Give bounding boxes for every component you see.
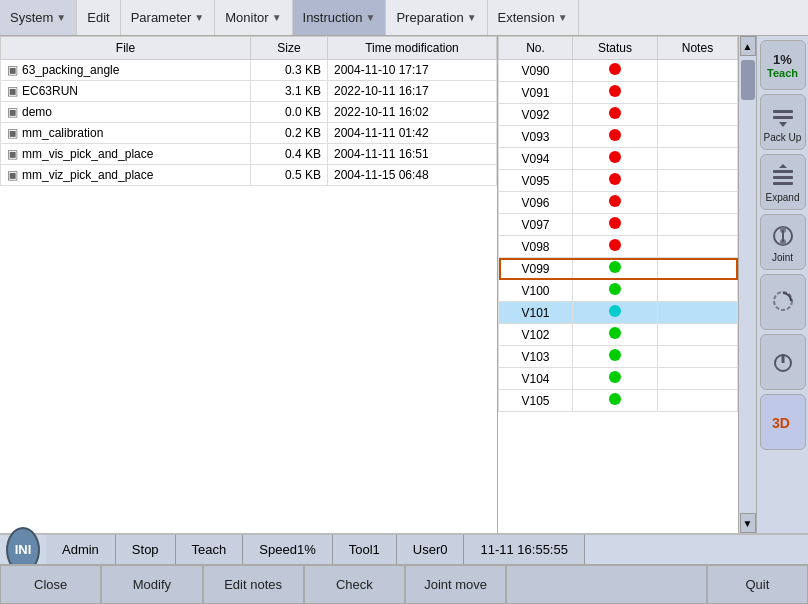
power-icon <box>769 348 797 376</box>
file-row[interactable]: ▣mm_viz_pick_and_place 0.5 KB 2004-11-15… <box>1 165 497 186</box>
menu-preparation-arrow: ▼ <box>467 12 477 23</box>
scroll-thumb[interactable] <box>741 60 755 100</box>
instruction-status <box>573 60 658 82</box>
instruction-row[interactable]: V105 <box>499 390 738 412</box>
file-row[interactable]: ▣demo 0.0 KB 2022-10-11 16:02 <box>1 102 497 123</box>
instruction-notes <box>657 214 737 236</box>
cycle-button[interactable] <box>760 274 806 330</box>
instruction-no: V105 <box>499 390 573 412</box>
menu-extension[interactable]: Extension ▼ <box>488 0 579 35</box>
instruction-no: V090 <box>499 60 573 82</box>
time-status: 11-11 16:55:55 <box>464 535 584 564</box>
instruction-status <box>573 324 658 346</box>
instruction-row[interactable]: V103 <box>499 346 738 368</box>
instruction-no: V096 <box>499 192 573 214</box>
no-col-header: No. <box>499 37 573 60</box>
menu-preparation[interactable]: Preparation ▼ <box>386 0 487 35</box>
instruction-row[interactable]: V098 <box>499 236 738 258</box>
menu-instruction[interactable]: Instruction ▼ <box>293 0 387 35</box>
instruction-row[interactable]: V096 <box>499 192 738 214</box>
file-row[interactable]: ▣mm_vis_pick_and_place 0.4 KB 2004-11-11… <box>1 144 497 165</box>
pack-up-icon <box>769 102 797 130</box>
instruction-notes <box>657 346 737 368</box>
instruction-notes <box>657 126 737 148</box>
instruction-row[interactable]: V099 <box>499 258 738 280</box>
instruction-status <box>573 82 658 104</box>
instruction-row[interactable]: V102 <box>499 324 738 346</box>
instruction-no: V092 <box>499 104 573 126</box>
instruction-no: V104 <box>499 368 573 390</box>
instruction-notes <box>657 82 737 104</box>
right-sidebar: 1% Teach Pack Up Ex <box>756 36 808 533</box>
notes-col-header: Notes <box>657 37 737 60</box>
instruction-notes <box>657 236 737 258</box>
joint-move-button[interactable]: Joint move <box>405 565 506 604</box>
3d-view-button[interactable]: 3D <box>760 394 806 450</box>
instruction-notes <box>657 170 737 192</box>
menu-instruction-arrow: ▼ <box>366 12 376 23</box>
edit-notes-button[interactable]: Edit notes <box>203 565 304 604</box>
teach-status: Teach <box>176 535 244 564</box>
instruction-notes <box>657 148 737 170</box>
instruction-row[interactable]: V100 <box>499 280 738 302</box>
instruction-no: V103 <box>499 346 573 368</box>
instruction-notes <box>657 258 737 280</box>
power-button[interactable] <box>760 334 806 390</box>
close-button[interactable]: Close <box>0 565 101 604</box>
instruction-no: V091 <box>499 82 573 104</box>
expand-button[interactable]: Expand <box>760 154 806 210</box>
instruction-row[interactable]: V097 <box>499 214 738 236</box>
instruction-row[interactable]: V104 <box>499 368 738 390</box>
expand-icon <box>769 162 797 190</box>
instruction-status <box>573 170 658 192</box>
stop-teach-bar: INI Admin Stop Teach Speed1% Tool1 User0… <box>0 534 808 564</box>
instruction-status <box>573 236 658 258</box>
instruction-no: V097 <box>499 214 573 236</box>
file-panel: File Size Time modification ▣63_packing_… <box>0 36 498 533</box>
pack-up-button[interactable]: Pack Up <box>760 94 806 150</box>
file-time: 2022-10-11 16:02 <box>327 102 496 123</box>
instruction-row[interactable]: V094 <box>499 148 738 170</box>
file-size: 3.1 KB <box>251 81 328 102</box>
menu-system[interactable]: System ▼ <box>0 0 77 35</box>
check-button[interactable]: Check <box>304 565 405 604</box>
instruction-no: V101 <box>499 302 573 324</box>
menu-edit[interactable]: Edit <box>77 0 120 35</box>
file-row[interactable]: ▣mm_calibration 0.2 KB 2004-11-11 01:42 <box>1 123 497 144</box>
instruction-row[interactable]: V095 <box>499 170 738 192</box>
instruction-row[interactable]: V090 <box>499 60 738 82</box>
svg-rect-0 <box>773 110 793 113</box>
size-col-header: Size <box>251 37 328 60</box>
time-col-header: Time modification <box>327 37 496 60</box>
joint-label: Joint <box>772 252 793 263</box>
file-size: 0.2 KB <box>251 123 328 144</box>
file-time: 2022-10-11 16:17 <box>327 81 496 102</box>
instruction-row[interactable]: V093 <box>499 126 738 148</box>
joint-button[interactable]: Joint <box>760 214 806 270</box>
file-row[interactable]: ▣EC63RUN 3.1 KB 2022-10-11 16:17 <box>1 81 497 102</box>
instruction-no: V102 <box>499 324 573 346</box>
status-col-header: Status <box>573 37 658 60</box>
instruction-notes <box>657 60 737 82</box>
instruction-row[interactable]: V101 <box>499 302 738 324</box>
modify-button[interactable]: Modify <box>101 565 202 604</box>
menu-monitor[interactable]: Monitor ▼ <box>215 0 292 35</box>
instruction-notes <box>657 104 737 126</box>
scroll-down-button[interactable]: ▼ <box>740 513 756 533</box>
menu-parameter[interactable]: Parameter ▼ <box>121 0 216 35</box>
file-name: ▣mm_viz_pick_and_place <box>1 165 251 186</box>
file-row[interactable]: ▣63_packing_angle 0.3 KB 2004-11-10 17:1… <box>1 60 497 81</box>
instruction-status <box>573 368 658 390</box>
svg-rect-4 <box>773 170 793 173</box>
instruction-row[interactable]: V091 <box>499 82 738 104</box>
instruction-status <box>573 346 658 368</box>
instruction-table: No. Status Notes V090 V091 V092 V093 V09… <box>498 36 738 412</box>
teach-label: Teach <box>767 67 798 79</box>
file-size: 0.3 KB <box>251 60 328 81</box>
instruction-row[interactable]: V092 <box>499 104 738 126</box>
scroll-up-button[interactable]: ▲ <box>740 36 756 56</box>
file-time: 2004-11-15 06:48 <box>327 165 496 186</box>
instruction-status <box>573 214 658 236</box>
menu-bar: System ▼ Edit Parameter ▼ Monitor ▼ Inst… <box>0 0 808 36</box>
quit-button[interactable]: Quit <box>707 565 808 604</box>
